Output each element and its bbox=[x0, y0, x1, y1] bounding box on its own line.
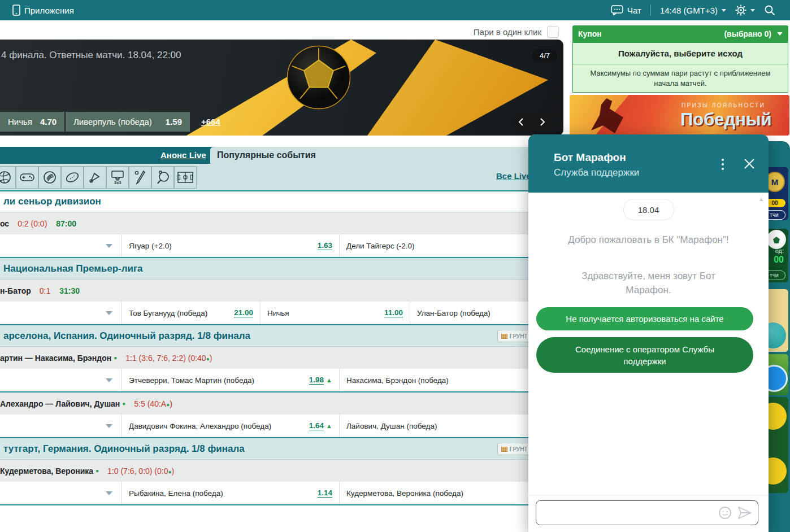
carousel-next-button[interactable] bbox=[532, 112, 553, 132]
tournament-header[interactable]: тутгарт, Германия. Одиночный разряд. 1/8… bbox=[0, 438, 568, 460]
expand-markets-cell[interactable] bbox=[0, 415, 122, 437]
volleyball-icon bbox=[0, 170, 12, 185]
sport-futsal[interactable] bbox=[174, 166, 197, 189]
odds-row: Давидович Фокина, Алехандро (победа) 1.6… bbox=[0, 415, 568, 438]
emoji-icon[interactable] bbox=[718, 506, 732, 520]
match-row[interactable]: Кудерметова, Вероника ● 1:0 (7:6, 0:0) (… bbox=[0, 460, 568, 482]
grid-icon bbox=[501, 447, 507, 452]
promo-label: од: bbox=[775, 247, 784, 254]
odd-cell[interactable]: Рыбакина, Елена (победа) 1.14 bbox=[122, 482, 340, 504]
chevron-down-icon bbox=[750, 9, 755, 12]
one-click-bet-row: Пари в один клик bbox=[0, 25, 563, 38]
chat-subtitle: Служба поддержки bbox=[554, 167, 639, 178]
tab-announce-live[interactable]: Анонс Live bbox=[160, 150, 206, 160]
chat-bubble-icon bbox=[611, 5, 623, 15]
settings-menu[interactable] bbox=[735, 5, 755, 16]
one-click-checkbox[interactable] bbox=[547, 26, 559, 38]
odd-value: 21.00 bbox=[234, 308, 253, 317]
match-row[interactable]: Алехандро — Лайович, Душан ● 5:5 (40:A●) bbox=[0, 393, 568, 415]
badge-label: ГРУНТ bbox=[510, 333, 528, 339]
loyalty-promo-banner[interactable]: ПРИЗЫ ЛОЯЛЬНОСТИ Победный bbox=[570, 95, 789, 136]
promo-value: 00 bbox=[774, 255, 784, 265]
gamepad-icon bbox=[19, 170, 35, 185]
chevron-down-icon bbox=[722, 9, 726, 12]
hero-banner[interactable]: 4 финала. Ответные матчи. 18.04, 22:00 4… bbox=[0, 40, 563, 136]
odd-cell[interactable]: Этчеверри, Томас Мартин (победа) 1.98 ▲ bbox=[122, 369, 340, 391]
chat-option-operator-button[interactable]: Соединение с оператором Службы поддержки bbox=[536, 337, 753, 373]
tournament-header[interactable]: арселона, Испания. Одиночный разряд. 1/8… bbox=[0, 325, 568, 347]
chat-message-input[interactable] bbox=[536, 501, 718, 525]
odd-cell[interactable]: Давидович Фокина, Алехандро (победа) 1.6… bbox=[122, 415, 340, 437]
expand-markets-cell[interactable] bbox=[0, 302, 122, 324]
chat-body: ▲ 18.04 Добро пожаловать в БК "Марафон"!… bbox=[528, 193, 769, 495]
expand-markets-cell[interactable] bbox=[0, 482, 122, 504]
league-title: Национальная Премьер-лига bbox=[3, 263, 143, 274]
chat-header: Бот Марафон Служба поддержки bbox=[528, 134, 769, 193]
time-zone-selector[interactable]: 14:48 (GMT+3) bbox=[660, 6, 726, 15]
expand-caret-icon bbox=[106, 378, 112, 382]
sport-rugby[interactable] bbox=[61, 166, 84, 189]
odd-cell[interactable]: Тов Буганууд (победа) 21.00 bbox=[122, 302, 261, 324]
send-icon[interactable] bbox=[737, 506, 752, 520]
chat-menu-button[interactable] bbox=[718, 157, 728, 172]
odd-value: 1.64 bbox=[309, 421, 324, 430]
match-score: 1:1 (3:6, 7:6, 2:2) (0:40●) bbox=[125, 354, 212, 363]
shuttlecock-icon bbox=[88, 170, 102, 185]
sport-basketball-3x3[interactable]: 3x3 bbox=[106, 166, 129, 189]
match-row[interactable]: ос 0:2 (0:0) 87:00 bbox=[0, 212, 568, 234]
close-icon bbox=[743, 157, 756, 171]
odd-cell[interactable]: Ягуар (+2.0) 1.63 bbox=[122, 234, 340, 257]
sport-table-tennis[interactable] bbox=[151, 166, 174, 189]
chat-option-auth-button[interactable]: Не получается авторизоваться на сайте bbox=[536, 307, 753, 330]
league-header[interactable]: ли сеньор дивизион bbox=[0, 191, 568, 212]
support-chat-window: Бот Марафон Служба поддержки ▲ 18.04 Доб… bbox=[528, 134, 769, 532]
rugby-ball-icon bbox=[64, 170, 80, 185]
more-markets-link[interactable]: +664 bbox=[201, 117, 220, 127]
odd-value: 4.70 bbox=[40, 117, 57, 127]
sport-volleyball[interactable] bbox=[0, 166, 16, 189]
banner-odd-draw[interactable]: Ничья 4.70 bbox=[0, 112, 64, 132]
odd-value: 1.63 bbox=[318, 241, 332, 250]
sport-baseball[interactable] bbox=[129, 166, 151, 189]
sports-filter-row: 3x3 Все Live bbox=[0, 164, 568, 191]
expand-markets-cell[interactable] bbox=[0, 234, 122, 257]
match-name: ос bbox=[0, 219, 9, 228]
court-surface-badge: ГРУНТ bbox=[497, 330, 532, 342]
pitch-icon bbox=[177, 171, 194, 184]
odd-up-arrow: ▲ bbox=[326, 377, 332, 383]
odd-label: Тов Буганууд (победа) bbox=[129, 309, 234, 317]
bot-message: Добро пожаловать в БК "Марафон"! bbox=[528, 233, 769, 247]
grid-icon bbox=[501, 334, 507, 339]
sport-handball[interactable] bbox=[38, 166, 61, 189]
odd-label: Рыбакина, Елена (победа) bbox=[129, 489, 318, 498]
search-icon bbox=[764, 5, 775, 16]
match-row[interactable]: артин — Накасима, Брэндон ● 1:1 (3:6, 7:… bbox=[0, 347, 568, 369]
chat-close-button[interactable] bbox=[743, 157, 756, 171]
tab-popular-events[interactable]: Популярные события bbox=[210, 147, 568, 164]
odd-value: 1.98 bbox=[309, 376, 324, 385]
coupon-prompt: Пожалуйста, выберите исход bbox=[573, 43, 788, 64]
sport-badminton[interactable] bbox=[84, 166, 106, 189]
match-score: 1:0 (7:6, 0:0) (0:0●) bbox=[107, 466, 174, 476]
sport-esports[interactable] bbox=[16, 166, 38, 189]
banner-odd-liverpool[interactable]: Ливерпуль (победа) 1.59 bbox=[66, 112, 190, 132]
odd-up-arrow: ▲ bbox=[326, 422, 332, 429]
match-row[interactable]: н-Батор 0:1 31:30 bbox=[0, 280, 568, 302]
chat-link[interactable]: Чат bbox=[611, 5, 641, 15]
league-title: ли сеньор дивизион bbox=[3, 196, 101, 207]
coupon-header[interactable]: Купон (выбрано 0) bbox=[572, 25, 788, 42]
chat-bot-title: Бот Марафон bbox=[554, 151, 626, 164]
search-button[interactable] bbox=[764, 5, 775, 16]
apps-menu[interactable]: Приложения bbox=[0, 5, 74, 16]
match-time: 87:00 bbox=[56, 219, 76, 228]
scroll-up-hint-icon[interactable]: ▲ bbox=[758, 196, 764, 202]
odds-row: Тов Буганууд (победа) 21.00 Ничья 11.00 … bbox=[0, 302, 568, 325]
odd-cell[interactable]: Ничья 11.00 bbox=[261, 302, 410, 324]
league-header[interactable]: Национальная Премьер-лига bbox=[0, 258, 568, 280]
carousel-prev-button[interactable] bbox=[510, 112, 531, 132]
time-label: 14:48 (GMT+3) bbox=[660, 6, 718, 15]
handball-icon bbox=[42, 170, 57, 185]
coupon-body: Пожалуйста, выберите исход Максимумы по … bbox=[572, 42, 788, 93]
expand-markets-cell[interactable] bbox=[0, 369, 122, 391]
all-live-link[interactable]: Все Live bbox=[496, 171, 531, 181]
